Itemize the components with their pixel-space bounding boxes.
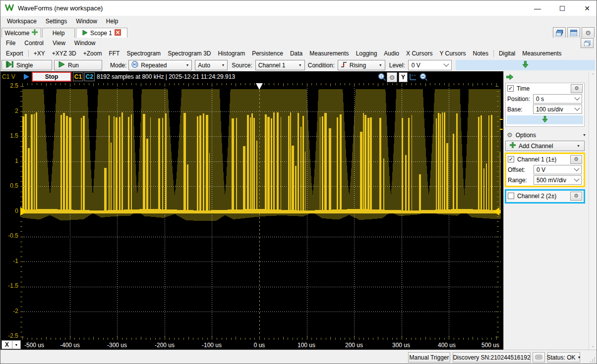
single-button[interactable]: Single bbox=[1, 60, 52, 70]
zoom-1x-icon[interactable]: 1 bbox=[378, 73, 386, 83]
channel-1-offset-select[interactable]: 0 V bbox=[534, 165, 582, 174]
trigger-apply-button[interactable] bbox=[456, 60, 595, 70]
chevron-down-icon bbox=[574, 95, 580, 100]
y-tick-label: -1.5 bbox=[0, 282, 18, 289]
toolbar-fft[interactable]: FFT bbox=[105, 49, 123, 58]
panel-scrollbar[interactable]: ⌃ ⌄ bbox=[589, 71, 597, 350]
level-input[interactable]: 0 V bbox=[408, 60, 452, 70]
toolbar-audio[interactable]: Audio bbox=[380, 49, 403, 58]
toolbar-measurements[interactable]: Measurements bbox=[306, 49, 352, 58]
zoom-out-full-icon[interactable] bbox=[419, 73, 428, 83]
close-button[interactable]: ✕ bbox=[582, 3, 593, 14]
channel-2-checkbox[interactable] bbox=[508, 193, 514, 199]
cascade-windows-button[interactable] bbox=[553, 27, 566, 38]
toolbar-digital[interactable]: Digital bbox=[495, 49, 519, 58]
time-position-select[interactable]: 0 s bbox=[533, 94, 582, 104]
green-down-arrow-icon bbox=[522, 61, 529, 70]
base-label: Base: bbox=[507, 106, 523, 113]
add-instrument-icon[interactable] bbox=[32, 29, 38, 37]
x-tick-label: 200 us bbox=[345, 342, 363, 349]
dropdown-arrow-icon: ▼ bbox=[578, 356, 581, 359]
acquisition-control-bar: Single Run Mode: Repeated ▼ Auto ▼ Sourc… bbox=[0, 59, 597, 72]
toolbar-data[interactable]: Data bbox=[287, 49, 306, 58]
toolbar-export[interactable]: Export bbox=[2, 49, 27, 58]
scroll-up-icon[interactable]: ⌃ bbox=[590, 72, 596, 78]
level-label: Level: bbox=[389, 62, 405, 69]
y-tick-label: -2 bbox=[0, 308, 18, 314]
toolbar-separator bbox=[28, 50, 29, 57]
tab-welcome[interactable]: Welcome bbox=[1, 28, 41, 38]
channel-2-title: Channel 2 (2±) bbox=[517, 193, 556, 200]
toolbar-digital-measurements[interactable]: Measurements bbox=[519, 49, 565, 58]
x-axis-button[interactable]: X ▼ bbox=[1, 340, 21, 349]
mode-select[interactable]: Repeated ▼ bbox=[128, 60, 192, 70]
source-select[interactable]: Channel 1 ▼ bbox=[255, 60, 305, 70]
scope-menu-file[interactable]: File bbox=[1, 38, 20, 48]
close-scope-tab-icon[interactable] bbox=[115, 29, 121, 37]
minimize-button[interactable]: — bbox=[532, 3, 543, 14]
time-apply-button[interactable] bbox=[507, 115, 583, 124]
float-window-button[interactable] bbox=[581, 38, 594, 48]
toolbar-notes[interactable]: Notes bbox=[470, 49, 492, 58]
condition-select[interactable]: Rising ▼ bbox=[338, 60, 385, 70]
toolbar-xyz-3d[interactable]: +XYZ 3D bbox=[49, 49, 80, 58]
toolbar-spectrogram-3d[interactable]: Spectrogram 3D bbox=[164, 49, 214, 58]
status-ok-button[interactable]: Status: OK ▼ bbox=[547, 352, 580, 363]
time-checkbox[interactable]: ✓ bbox=[507, 85, 514, 92]
tab-scope-1[interactable]: Scope 1 bbox=[76, 28, 127, 38]
device-serial-button[interactable]: Discovery SN:210244516192 bbox=[453, 352, 531, 363]
add-channel-button[interactable]: Add Channel ▼ bbox=[505, 141, 585, 151]
workspace-settings-gear-button[interactable]: ⚙ bbox=[582, 27, 595, 38]
trigger-mode-select[interactable]: Auto ▼ bbox=[195, 60, 228, 70]
channel-2-settings-gear-button[interactable]: ⚙ bbox=[570, 192, 582, 201]
toolbar-xy[interactable]: +XY bbox=[30, 49, 49, 58]
collapse-panel-arrow-icon[interactable] bbox=[506, 74, 514, 82]
scroll-down-icon[interactable]: ⌄ bbox=[590, 343, 596, 349]
maximize-button[interactable]: ☐ bbox=[557, 3, 568, 14]
x-tick-label: -400 us bbox=[60, 342, 80, 349]
scope-menu-control[interactable]: Control bbox=[20, 38, 48, 48]
channel-1-title: Channel 1 (1±) bbox=[517, 156, 556, 163]
menu-window[interactable]: Window bbox=[71, 16, 102, 26]
plot-settings-gear-button[interactable]: ⚙ bbox=[387, 72, 397, 82]
dropdown-arrow-icon: ▼ bbox=[577, 144, 580, 148]
resize-grip[interactable] bbox=[590, 358, 595, 363]
manual-trigger-button[interactable]: Manual Trigger bbox=[408, 352, 450, 363]
channel-1-checkbox[interactable]: ✓ bbox=[508, 156, 514, 162]
toolbar-histogram[interactable]: Histogram bbox=[215, 49, 249, 58]
y-cursor-tool-icon[interactable] bbox=[409, 73, 417, 82]
menu-settings[interactable]: Settings bbox=[41, 16, 71, 26]
plus-icon bbox=[510, 142, 516, 150]
rising-edge-icon bbox=[341, 61, 347, 69]
channel-1-range-select[interactable]: 500 mV/div bbox=[534, 175, 582, 185]
toolbar-y-cursors[interactable]: Y Cursors bbox=[436, 49, 469, 58]
y-axis-button[interactable]: Y bbox=[399, 72, 408, 82]
stop-button[interactable]: Stop bbox=[32, 72, 71, 82]
tab-help[interactable]: Help bbox=[42, 28, 75, 38]
svg-text:1: 1 bbox=[380, 74, 383, 79]
dropdown-arrow-icon: ▼ bbox=[221, 63, 225, 67]
channel-1-settings-gear-button[interactable]: ⚙ bbox=[570, 155, 582, 164]
tile-windows-button[interactable] bbox=[567, 27, 580, 38]
device-select-button[interactable] bbox=[533, 352, 545, 363]
toolbar-x-cursors[interactable]: X Cursors bbox=[403, 49, 436, 58]
toolbar-separator bbox=[493, 50, 494, 57]
scope-menu-view[interactable]: View bbox=[48, 38, 70, 48]
waveform-canvas[interactable] bbox=[20, 83, 503, 340]
toolbar-zoom[interactable]: +Zoom bbox=[80, 49, 106, 58]
channel-1-tab[interactable]: C1 bbox=[73, 72, 83, 81]
toolbar-spectrogram[interactable]: Spectrogram bbox=[123, 49, 164, 58]
menu-workspace[interactable]: Workspace bbox=[2, 16, 41, 26]
scope-menu-window[interactable]: Window bbox=[70, 38, 100, 48]
toolbar-logging[interactable]: Logging bbox=[353, 49, 381, 58]
channel-2-tab[interactable]: C2 bbox=[84, 72, 95, 81]
y-tick-label: -1 bbox=[0, 258, 18, 264]
x-tick-label: 500 us bbox=[481, 342, 499, 349]
time-settings-gear-button[interactable]: ⚙ bbox=[571, 84, 583, 93]
time-base-select[interactable]: 100 us/div bbox=[533, 104, 582, 114]
x-tick-label: -300 us bbox=[107, 342, 127, 349]
run-button[interactable]: Run bbox=[54, 60, 102, 70]
options-row[interactable]: ⚙ Options ▼ bbox=[505, 130, 588, 140]
toolbar-persistence[interactable]: Persistence bbox=[248, 49, 287, 58]
menu-help[interactable]: Help bbox=[102, 16, 123, 26]
